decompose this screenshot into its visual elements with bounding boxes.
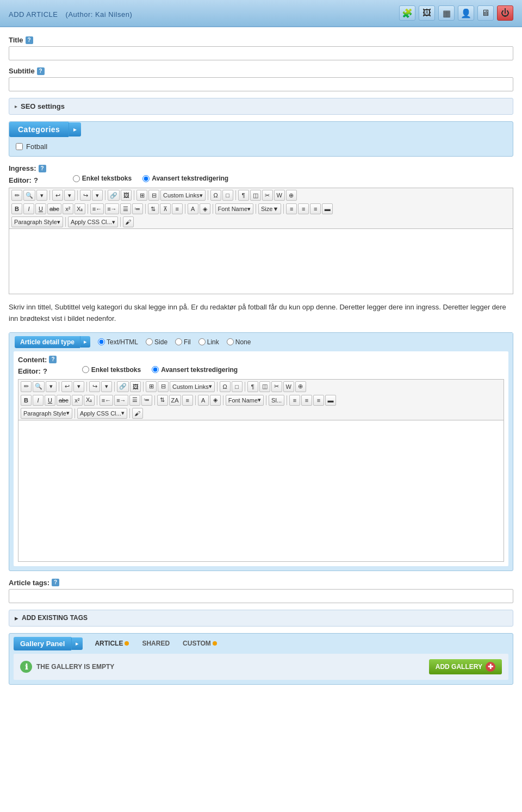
- c-apply-css-dropdown[interactable]: Apply CSS Cl... ▾: [77, 408, 127, 419]
- toolbar-redo-icon[interactable]: ↪: [80, 190, 91, 201]
- power-icon[interactable]: ⏻: [497, 5, 513, 21]
- categories-button[interactable]: Categories: [9, 122, 69, 137]
- c-toolbar-omega-icon[interactable]: Ω: [220, 381, 231, 392]
- puzzle-icon[interactable]: 🧩: [399, 5, 415, 21]
- c-toolbar-superscript-btn[interactable]: x²: [72, 395, 83, 406]
- toolbar-sort-btn[interactable]: ⇅: [148, 203, 159, 214]
- toolbar-align-center-btn[interactable]: ≡: [298, 203, 309, 214]
- c-toolbar-source-icon[interactable]: ◫: [259, 381, 270, 392]
- type-none-label[interactable]: None: [227, 338, 251, 346]
- type-none-radio[interactable]: [227, 338, 234, 345]
- editor-option1-label[interactable]: Enkel tekstboks: [73, 175, 132, 182]
- toolbar-align-btn[interactable]: ⊼: [160, 203, 171, 214]
- toolbar-align-right-btn[interactable]: ≡: [310, 203, 321, 214]
- toolbar-bold-btn[interactable]: B: [11, 203, 22, 214]
- c-toolbar-table-icon[interactable]: ⊞: [146, 381, 157, 392]
- c-toolbar-table2-icon[interactable]: ⊟: [158, 381, 169, 392]
- c-toolbar-align-btn[interactable]: ≡: [182, 395, 193, 406]
- content-help-icon[interactable]: ?: [49, 356, 57, 363]
- toolbar-superscript-btn[interactable]: x²: [63, 203, 73, 214]
- content-editor-option1-radio[interactable]: [82, 366, 89, 373]
- add-existing-tags-section[interactable]: ▸ ADD EXISTING TAGS: [9, 610, 513, 627]
- font-name-dropdown[interactable]: Font Name ▾: [215, 203, 253, 214]
- c-font-size-dropdown[interactable]: Sl...: [269, 395, 284, 406]
- font-size-dropdown[interactable]: Size▼: [258, 203, 281, 214]
- c-toolbar-box-icon[interactable]: □: [232, 381, 243, 392]
- c-toolbar-ol-btn[interactable]: ≔: [141, 395, 152, 406]
- c-toolbar-find-icon[interactable]: 🔍: [33, 381, 45, 392]
- c-custom-links-dropdown[interactable]: Custom Links ▾: [170, 381, 215, 392]
- content-editor-option2-label[interactable]: Avansert tekstredigering: [152, 366, 238, 374]
- subtitle-help-icon[interactable]: ?: [37, 67, 45, 75]
- type-side-radio[interactable]: [146, 338, 153, 345]
- c-toolbar-link-icon[interactable]: 🔗: [117, 381, 129, 392]
- gallery-tab-custom[interactable]: CUSTOM: [177, 638, 222, 649]
- content-editor-body[interactable]: [18, 420, 504, 562]
- toolbar-align-left-btn[interactable]: ≡: [286, 203, 297, 214]
- toolbar-align2-btn[interactable]: ≡: [172, 203, 183, 214]
- ingress-help-icon[interactable]: ?: [39, 165, 46, 172]
- c-toolbar-clean-icon[interactable]: ✂: [271, 381, 282, 392]
- content-editor-help-icon[interactable]: ?: [43, 367, 47, 375]
- toolbar-dropdown-icon[interactable]: ▾: [36, 190, 47, 201]
- toolbar-color-btn[interactable]: A: [188, 203, 198, 214]
- gallery-panel-button[interactable]: Gallery Panel: [14, 637, 71, 650]
- editor-option2-label[interactable]: Avansert tekstredigering: [142, 175, 228, 182]
- title-input[interactable]: [9, 46, 513, 60]
- c-toolbar-italic-btn[interactable]: I: [33, 395, 44, 406]
- toolbar-box-icon[interactable]: □: [222, 190, 233, 201]
- type-texthtml-radio[interactable]: [98, 338, 105, 345]
- c-toolbar-dropdown-icon[interactable]: ▾: [46, 381, 57, 392]
- c-toolbar-align-left-btn[interactable]: ≡: [289, 395, 300, 406]
- gallery-tab-article[interactable]: ARTICLE: [89, 638, 134, 649]
- type-link-label[interactable]: Link: [198, 338, 219, 346]
- seo-section[interactable]: ▸ SEO settings: [9, 98, 513, 115]
- toolbar-align-justify-btn[interactable]: ▬: [322, 203, 333, 214]
- c-toolbar-spell-icon[interactable]: ✏: [21, 381, 32, 392]
- grid-icon[interactable]: ▦: [438, 5, 455, 21]
- c-toolbar-bold-btn[interactable]: B: [21, 395, 32, 406]
- editor-option1-radio[interactable]: [73, 175, 80, 182]
- ingress-editor-body[interactable]: [9, 229, 513, 294]
- monitor-icon[interactable]: 🖥: [477, 5, 494, 21]
- categories-arrow-icon[interactable]: ▸: [69, 122, 81, 137]
- toolbar-find-icon[interactable]: 🔍: [23, 190, 35, 201]
- c-toolbar-ul-btn[interactable]: ☰: [129, 395, 140, 406]
- c-toolbar-indent-btn[interactable]: ≡→: [114, 395, 128, 406]
- toolbar-word-icon[interactable]: W: [274, 190, 285, 201]
- c-toolbar-za-btn[interactable]: ZA: [169, 395, 181, 406]
- content-editor-option2-radio[interactable]: [152, 366, 159, 373]
- c-toolbar-highlight-btn[interactable]: ◈: [210, 395, 221, 406]
- toolbar-underline-btn[interactable]: U: [35, 203, 46, 214]
- c-toolbar-word-icon[interactable]: W: [283, 381, 294, 392]
- toolbar-link-icon[interactable]: 🔗: [108, 190, 120, 201]
- c-toolbar-subscript-btn[interactable]: X₂: [84, 395, 95, 406]
- toolbar-undo-dropdown[interactable]: ▾: [64, 190, 75, 201]
- c-toolbar-redo-dropdown[interactable]: ▾: [101, 381, 112, 392]
- toolbar-undo-icon[interactable]: ↩: [52, 190, 63, 201]
- type-link-radio[interactable]: [198, 338, 206, 345]
- c-font-name-dropdown[interactable]: Font Name ▾: [226, 395, 264, 406]
- title-help-icon[interactable]: ?: [26, 36, 33, 44]
- editor-option2-radio[interactable]: [142, 175, 150, 182]
- toolbar-outdent-btn[interactable]: ≡←: [90, 203, 104, 214]
- category-fotball-checkbox[interactable]: [16, 143, 23, 150]
- c-toolbar-image-icon[interactable]: 🖼: [130, 381, 141, 392]
- person-icon[interactable]: 👤: [458, 5, 474, 21]
- subtitle-input[interactable]: [9, 77, 513, 91]
- toolbar-ol-btn[interactable]: ≔: [132, 203, 143, 214]
- custom-links-dropdown[interactable]: Custom Links ▾: [160, 190, 206, 201]
- toolbar-indent-btn[interactable]: ≡→: [105, 203, 119, 214]
- editor-help-icon[interactable]: ?: [34, 176, 38, 184]
- gallery-tab-shared[interactable]: SHARED: [136, 638, 175, 649]
- toolbar-brush-btn[interactable]: 🖌: [123, 216, 134, 227]
- toolbar-italic-btn[interactable]: I: [23, 203, 34, 214]
- toolbar-table-icon[interactable]: ⊞: [136, 190, 147, 201]
- toolbar-omega-icon[interactable]: Ω: [210, 190, 221, 201]
- toolbar-para-icon[interactable]: ¶: [238, 190, 249, 201]
- add-gallery-button[interactable]: ADD GALLERY ✚: [429, 659, 502, 674]
- c-toolbar-redo-icon[interactable]: ↪: [89, 381, 100, 392]
- gallery-arrow-icon[interactable]: ▸: [71, 637, 83, 650]
- toolbar-strikethrough-btn[interactable]: abc: [47, 203, 61, 214]
- toolbar-redo-dropdown[interactable]: ▾: [92, 190, 103, 201]
